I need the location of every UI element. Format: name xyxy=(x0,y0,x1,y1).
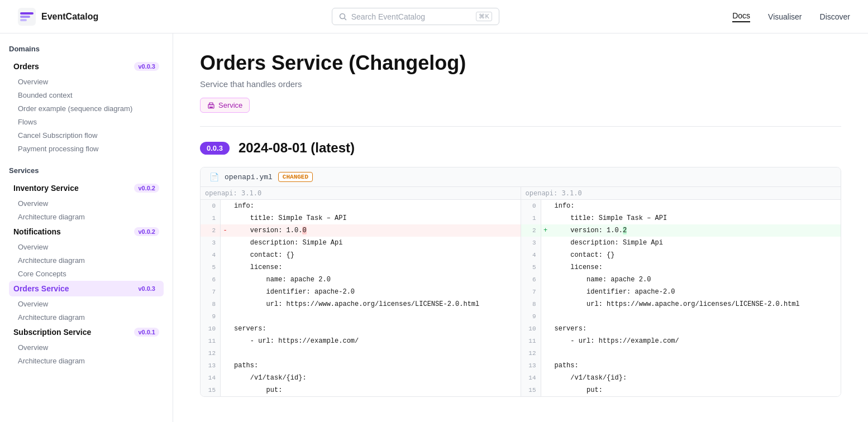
sidebar-item-subscription[interactable]: Subscription Service v0.0.1 xyxy=(9,324,164,340)
diff-line-new-3: 3 description: Simple Api xyxy=(521,237,841,249)
diff-line-old-5: 5 license: xyxy=(201,261,521,274)
diff-panel-old: openapi: 3.1.0 0 info: 1 title: Simple T… xyxy=(201,187,521,396)
sidebar-item-orders-badge: v0.0.3 xyxy=(134,62,159,71)
tag-badge[interactable]: Service xyxy=(200,98,250,113)
sidebar-section-title-domains: Domains xyxy=(9,45,164,53)
diff-line-old-10: 10 servers: xyxy=(201,323,521,335)
sidebar-subitem-orders-overview[interactable]: Overview xyxy=(9,298,164,310)
sidebar-subitem-core-concepts[interactable]: Core Concepts xyxy=(9,267,164,280)
diff-changed-badge: CHANGED xyxy=(278,172,313,182)
diff-panel-new: openapi: 3.1.0 0 info: 1 title: Simple T… xyxy=(521,187,841,396)
diff-line-new-7: 7 identifier: apache-2.0 xyxy=(521,286,841,298)
sidebar-section-title-services: Services xyxy=(9,166,164,175)
diff-line-old-1: 1 title: Simple Task – API xyxy=(201,212,521,224)
sidebar-subitem-inv-arch[interactable]: Architecture diagram xyxy=(9,210,164,223)
page-subtitle: Service that handles orders xyxy=(200,79,841,89)
header: EventCatalog Search EventCatalog ⌘K Docs… xyxy=(0,0,868,33)
diff-line-new-12: 12 xyxy=(521,347,841,359)
diff-line-old-15: 15 put: xyxy=(201,384,521,396)
sidebar-subitem-sub-overview[interactable]: Overview xyxy=(9,341,164,354)
sidebar-item-inventory-badge: v0.0.2 xyxy=(134,184,159,193)
sidebar-subitem-notif-overview[interactable]: Overview xyxy=(9,241,164,253)
sidebar-subitem-inv-overview[interactable]: Overview xyxy=(9,197,164,210)
svg-rect-1 xyxy=(20,12,34,15)
sidebar-subitem-payment-flow[interactable]: Payment processing flow xyxy=(9,142,164,155)
search-placeholder: Search EventCatalog xyxy=(351,12,472,21)
diff-line-new-0: 0 info: xyxy=(521,200,841,212)
main-content: Orders Service (Changelog) Service that … xyxy=(173,33,868,422)
sidebar-subitem-sub-arch[interactable]: Architecture diagram xyxy=(9,354,164,367)
diff-line-new-13: 13 paths: xyxy=(521,359,841,372)
svg-rect-2 xyxy=(20,16,30,18)
diff-line-old-3: 3 description: Simple Api xyxy=(201,237,521,249)
changelog-entry: 0.0.3 2024-08-01 (latest) 📄 openapi.yml … xyxy=(200,140,841,397)
search-icon xyxy=(339,13,347,21)
page-title: Orders Service (Changelog) xyxy=(200,51,841,75)
sidebar-item-orders[interactable]: Orders v0.0.3 xyxy=(9,59,164,74)
diff-line-new-15: 15 put: xyxy=(521,384,841,396)
diff-line-old-4: 4 contact: {} xyxy=(201,249,521,261)
diff-line-new-2: 2 + version: 1.0.2 xyxy=(521,224,841,237)
diff-line-new-9: 9 xyxy=(521,310,841,323)
sidebar-item-subscription-label: Subscription Service xyxy=(13,328,91,337)
diff-line-new-4: 4 contact: {} xyxy=(521,249,841,261)
main-nav: Docs Visualiser Discover xyxy=(732,11,850,22)
diff-line-old-2: 2 - version: 1.0.0 xyxy=(201,224,521,237)
sidebar-subitem-overview[interactable]: Overview xyxy=(9,75,164,88)
nav-visualiser[interactable]: Visualiser xyxy=(768,12,802,21)
divider xyxy=(200,126,841,127)
sidebar-item-notifications[interactable]: Notifications v0.0.2 xyxy=(9,224,164,239)
sidebar-item-inventory-label: Inventory Service xyxy=(13,184,79,193)
sidebar-section-services: Services Inventory Service v0.0.2 Overvi… xyxy=(9,166,164,367)
version-date: 2024-08-01 (latest) xyxy=(239,140,355,156)
diff-line-new-5: 5 license: xyxy=(521,261,841,274)
nav-discover[interactable]: Discover xyxy=(820,12,850,21)
diff-old-header: openapi: 3.1.0 xyxy=(201,187,521,200)
diff-container: 📄 openapi.yml CHANGED openapi: 3.1.0 0 xyxy=(200,167,841,397)
diff-line-new-1: 1 title: Simple Task – API xyxy=(521,212,841,224)
diff-line-old-14: 14 /v1/task/{id}: xyxy=(201,372,521,384)
logo[interactable]: EventCatalog xyxy=(18,8,98,26)
diff-line-new-14: 14 /v1/task/{id}: xyxy=(521,372,841,384)
diff-line-new-8: 8 url: https://www.apache.org/licenses/L… xyxy=(521,298,841,310)
diff-line-new-10: 10 servers: xyxy=(521,323,841,335)
sidebar-section-domains: Domains Orders v0.0.3 Overview Bounded c… xyxy=(9,45,164,155)
diff-line-new-11: 11 - url: https://example.com/ xyxy=(521,335,841,347)
sidebar-item-notifications-badge: v0.0.2 xyxy=(134,227,159,236)
sidebar-subitem-order-example[interactable]: Order example (sequence diagram) xyxy=(9,102,164,115)
layout: Domains Orders v0.0.3 Overview Bounded c… xyxy=(0,33,868,422)
svg-rect-3 xyxy=(20,19,27,21)
service-tag: Service xyxy=(200,98,841,113)
sidebar-subitem-flows[interactable]: Flows xyxy=(9,116,164,128)
diff-line-new-6: 6 name: apache 2.0 xyxy=(521,274,841,286)
diff-line-old-13: 13 paths: xyxy=(201,359,521,372)
sidebar-item-notifications-label: Notifications xyxy=(13,227,61,236)
diff-line-old-9: 9 xyxy=(201,310,521,323)
sidebar: Domains Orders v0.0.3 Overview Bounded c… xyxy=(0,33,173,422)
sidebar-subitem-notif-arch[interactable]: Architecture diagram xyxy=(9,254,164,267)
sidebar-item-orders-label: Orders xyxy=(13,62,39,71)
sidebar-item-subscription-badge: v0.0.1 xyxy=(134,328,159,337)
tag-label: Service xyxy=(218,101,242,109)
diff-filename: openapi.yml xyxy=(225,173,273,181)
diff-body: openapi: 3.1.0 0 info: 1 title: Simple T… xyxy=(201,187,841,396)
search-bar[interactable]: Search EventCatalog ⌘K xyxy=(332,8,499,25)
sidebar-subitem-cancel-flow[interactable]: Cancel Subscription flow xyxy=(9,129,164,142)
sidebar-item-orders-service-label: Orders Service xyxy=(13,284,69,293)
sidebar-subitem-orders-arch[interactable]: Architecture diagram xyxy=(9,311,164,324)
svg-point-4 xyxy=(340,13,345,18)
nav-docs[interactable]: Docs xyxy=(732,11,750,22)
diff-line-old-12: 12 xyxy=(201,347,521,359)
diff-new-header: openapi: 3.1.0 xyxy=(521,187,841,200)
diff-file-header: 📄 openapi.yml CHANGED xyxy=(201,167,841,187)
sidebar-item-orders-service-badge: v0.0.3 xyxy=(134,284,159,293)
version-badge: 0.0.3 xyxy=(200,142,230,155)
diff-line-old-6: 6 name: apache 2.0 xyxy=(201,274,521,286)
printer-icon xyxy=(207,102,215,109)
diff-line-old-0: 0 info: xyxy=(201,200,521,212)
sidebar-subitem-bounded-context[interactable]: Bounded context xyxy=(9,89,164,102)
sidebar-item-orders-service[interactable]: Orders Service v0.0.3 xyxy=(9,281,164,296)
svg-rect-7 xyxy=(209,107,213,108)
sidebar-item-inventory[interactable]: Inventory Service v0.0.2 xyxy=(9,180,164,196)
file-icon: 📄 xyxy=(209,172,219,182)
